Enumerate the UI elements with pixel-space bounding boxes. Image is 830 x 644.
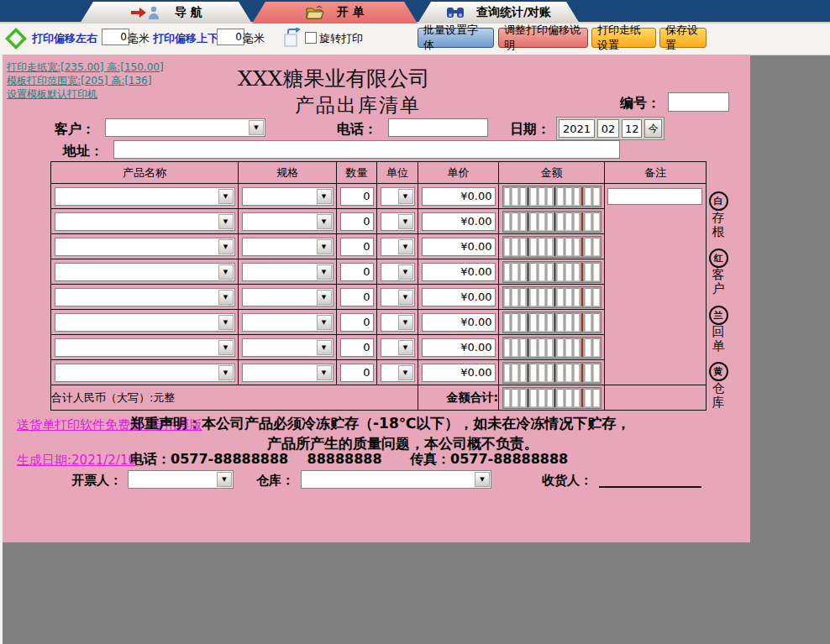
tab-billing[interactable]: 开 单: [252, 2, 418, 24]
chevron-down-icon[interactable]: ▼: [317, 214, 332, 229]
date-day-input[interactable]: 12: [622, 119, 642, 138]
chevron-down-icon[interactable]: ▼: [218, 264, 234, 280]
spec-combobox[interactable]: ▼: [242, 364, 334, 382]
price-input[interactable]: [422, 288, 496, 306]
price-input[interactable]: [422, 364, 496, 382]
offset-help-button[interactable]: 调整打印偏移说明: [498, 28, 588, 48]
chevron-down-icon[interactable]: ▼: [398, 365, 413, 380]
unit-combobox[interactable]: ▼: [381, 263, 415, 281]
app-window: 导 航 开 单 查询统计/对: [0, 0, 830, 644]
product-combobox[interactable]: ▼: [55, 212, 235, 231]
chevron-down-icon[interactable]: ▼: [317, 365, 332, 380]
issuer-combobox[interactable]: ▼: [128, 470, 234, 489]
col-product: 产品名称: [51, 162, 239, 184]
amount-grid: [502, 362, 601, 384]
chevron-down-icon[interactable]: ▼: [218, 290, 234, 305]
chevron-down-icon[interactable]: ▼: [218, 315, 234, 330]
tab-navigation-label: 导 航: [175, 5, 202, 20]
chevron-down-icon[interactable]: ▼: [398, 340, 413, 355]
spec-combobox[interactable]: ▼: [242, 288, 334, 306]
chevron-down-icon[interactable]: ▼: [317, 239, 332, 254]
chevron-down-icon[interactable]: ▼: [317, 315, 332, 330]
unit-combobox[interactable]: ▼: [381, 288, 415, 306]
unit-combobox[interactable]: ▼: [381, 238, 415, 256]
unit-combobox[interactable]: ▼: [381, 338, 415, 357]
price-input[interactable]: [422, 338, 496, 357]
chevron-down-icon[interactable]: ▼: [317, 264, 332, 280]
phone-input[interactable]: [388, 118, 488, 137]
chevron-down-icon[interactable]: ▼: [218, 340, 234, 355]
paper-size-link[interactable]: 打印走纸宽:[235.00] 高:[150.00]: [7, 60, 164, 75]
template-range-link[interactable]: 模板打印范围宽:[205] 高:[136]: [7, 74, 151, 88]
qty-input[interactable]: [340, 288, 374, 306]
product-combobox[interactable]: ▼: [55, 263, 235, 281]
default-printer-link[interactable]: 设置模板默认打印机: [7, 87, 97, 102]
amount-grid: [502, 211, 601, 233]
price-input[interactable]: [422, 263, 496, 281]
spec-combobox[interactable]: ▼: [242, 212, 334, 231]
qty-input[interactable]: [340, 212, 374, 231]
chevron-down-icon[interactable]: ▼: [398, 290, 413, 305]
chevron-down-icon[interactable]: ▼: [218, 365, 234, 380]
qty-input[interactable]: [340, 187, 374, 206]
col-amount: 金额: [499, 162, 605, 184]
offset-lr-input[interactable]: [102, 29, 129, 45]
rotate-print-checkbox[interactable]: [305, 32, 317, 44]
price-input[interactable]: [422, 238, 496, 256]
spec-combobox[interactable]: ▼: [242, 313, 334, 332]
product-combobox[interactable]: ▼: [55, 338, 235, 357]
address-input[interactable]: [113, 140, 620, 159]
chevron-down-icon[interactable]: ▼: [317, 290, 332, 305]
chevron-down-icon[interactable]: ▼: [475, 472, 490, 487]
qty-input[interactable]: [340, 263, 374, 281]
product-combobox[interactable]: ▼: [55, 364, 235, 382]
save-settings-button[interactable]: 保存设置: [659, 28, 707, 48]
chevron-down-icon[interactable]: ▼: [398, 239, 413, 254]
product-combobox[interactable]: ▼: [55, 313, 235, 332]
date-month-input[interactable]: 02: [597, 119, 619, 138]
tab-query-stats[interactable]: 查询统计/对账: [418, 2, 580, 24]
unit-combobox[interactable]: ▼: [381, 212, 415, 231]
chevron-down-icon[interactable]: ▼: [218, 214, 234, 229]
spec-combobox[interactable]: ▼: [242, 338, 334, 357]
generated-date-link[interactable]: 生成日期:2021/2/10: [17, 453, 136, 469]
remark-input[interactable]: [607, 188, 702, 205]
qty-input[interactable]: [340, 238, 374, 256]
qty-input[interactable]: [340, 313, 374, 332]
diamond-nav-icon[interactable]: [4, 27, 28, 50]
unit-combobox[interactable]: ▼: [381, 313, 415, 332]
chevron-down-icon[interactable]: ▼: [218, 239, 234, 254]
chevron-down-icon[interactable]: ▼: [398, 189, 413, 204]
qty-input[interactable]: [340, 364, 374, 382]
chevron-down-icon[interactable]: ▼: [317, 189, 332, 204]
paper-setup-button[interactable]: 打印走纸设置: [591, 28, 656, 48]
unit-combobox[interactable]: ▼: [381, 187, 415, 206]
chevron-down-icon[interactable]: ▼: [398, 315, 413, 330]
chevron-down-icon[interactable]: ▼: [217, 472, 232, 487]
batch-font-button[interactable]: 批量设置字体: [418, 28, 494, 48]
chevron-down-icon[interactable]: ▼: [398, 264, 413, 280]
unit-combobox[interactable]: ▼: [381, 364, 415, 382]
rotate-page-icon: [283, 28, 302, 48]
today-button[interactable]: 今: [644, 119, 662, 138]
offset-ud-input[interactable]: [217, 29, 244, 45]
qty-input[interactable]: [340, 338, 374, 357]
chevron-down-icon[interactable]: ▼: [249, 120, 264, 135]
customer-combobox[interactable]: ▼: [105, 118, 265, 137]
date-year-input[interactable]: 2021: [559, 119, 595, 138]
price-input[interactable]: [422, 313, 496, 332]
spec-combobox[interactable]: ▼: [242, 238, 334, 256]
chevron-down-icon[interactable]: ▼: [317, 340, 332, 355]
chevron-down-icon[interactable]: ▼: [398, 214, 413, 229]
price-input[interactable]: [422, 187, 496, 206]
product-combobox[interactable]: ▼: [55, 288, 235, 306]
spec-combobox[interactable]: ▼: [242, 263, 334, 281]
warehouse-combobox[interactable]: ▼: [301, 470, 491, 489]
chevron-down-icon[interactable]: ▼: [218, 189, 234, 204]
product-combobox[interactable]: ▼: [55, 238, 235, 256]
product-combobox[interactable]: ▼: [55, 187, 235, 206]
no-input[interactable]: [668, 92, 729, 112]
tab-navigation[interactable]: 导 航: [80, 2, 252, 24]
spec-combobox[interactable]: ▼: [242, 187, 334, 206]
price-input[interactable]: [422, 212, 496, 231]
